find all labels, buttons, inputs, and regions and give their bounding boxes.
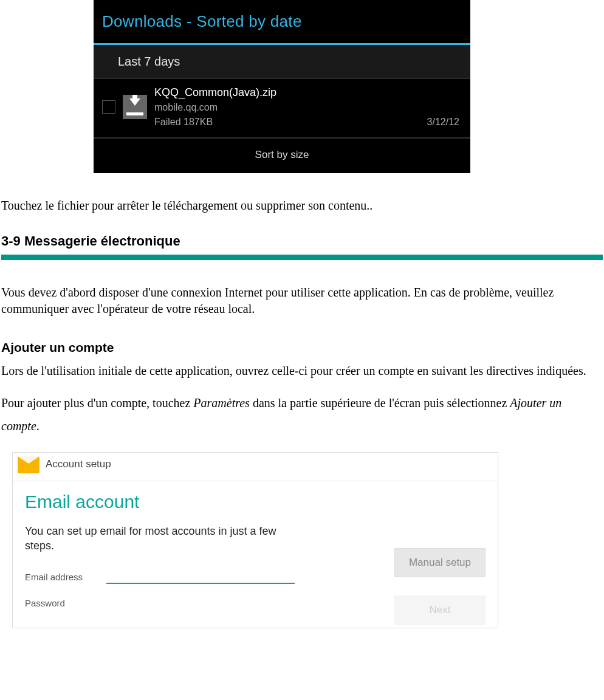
download-status: Failed 187KB xyxy=(154,115,213,129)
paragraph-add-account-2: Pour ajouter plus d'un compte, touchez P… xyxy=(1,391,603,437)
downloads-screenshot: Downloads - Sorted by date Last 7 days K… xyxy=(94,0,470,173)
manual-setup-button[interactable]: Manual setup xyxy=(394,548,486,578)
section-heading-3-9: 3-9 Messagerie électronique xyxy=(1,232,603,250)
downloads-title: Downloads - Sorted by date xyxy=(94,0,470,43)
text-fragment: . xyxy=(36,419,39,433)
email-setup-screenshot: Account setup Email account You can set … xyxy=(12,452,498,629)
email-heading: Email account xyxy=(25,490,382,515)
term-parametres: Paramètres xyxy=(193,396,250,410)
subheading-ajouter-compte: Ajouter un compte xyxy=(1,339,603,356)
email-address-row: Email address xyxy=(25,571,382,584)
password-label: Password xyxy=(25,597,98,609)
downloads-section-header: Last 7 days xyxy=(94,45,470,79)
download-date: 3/12/12 xyxy=(427,115,462,129)
text-fragment: Pour ajouter plus d'un compte, touchez xyxy=(1,396,193,410)
email-header-title: Account setup xyxy=(46,458,111,472)
paragraph-touch-file: Touchez le fichier pour arrêter le téléc… xyxy=(1,197,603,214)
section-divider xyxy=(1,255,603,260)
sort-by-size-button[interactable]: Sort by size xyxy=(94,138,470,173)
download-meta: KQQ_Common(Java).zip mobile.qq.com Faile… xyxy=(154,85,462,128)
download-filename: KQQ_Common(Java).zip xyxy=(154,85,462,100)
email-description: You can set up email for most accounts i… xyxy=(25,524,292,554)
download-source: mobile.qq.com xyxy=(154,101,462,114)
text-fragment: dans la partie supérieure de l'écran pui… xyxy=(250,396,510,410)
download-file-icon xyxy=(123,95,147,119)
password-row: Password xyxy=(25,597,382,609)
item-checkbox[interactable] xyxy=(102,100,115,114)
paragraph-intro: Vous devez d'abord disposer d'une connex… xyxy=(1,284,603,317)
email-app-icon xyxy=(18,456,39,473)
email-address-input[interactable] xyxy=(106,571,295,584)
download-list-item[interactable]: KQQ_Common(Java).zip mobile.qq.com Faile… xyxy=(94,79,470,137)
next-button[interactable]: Next xyxy=(394,595,486,625)
paragraph-add-account-1: Lors de l'utilisation initiale de cette … xyxy=(1,363,603,379)
email-address-label: Email address xyxy=(25,571,98,583)
email-header: Account setup xyxy=(13,453,498,481)
